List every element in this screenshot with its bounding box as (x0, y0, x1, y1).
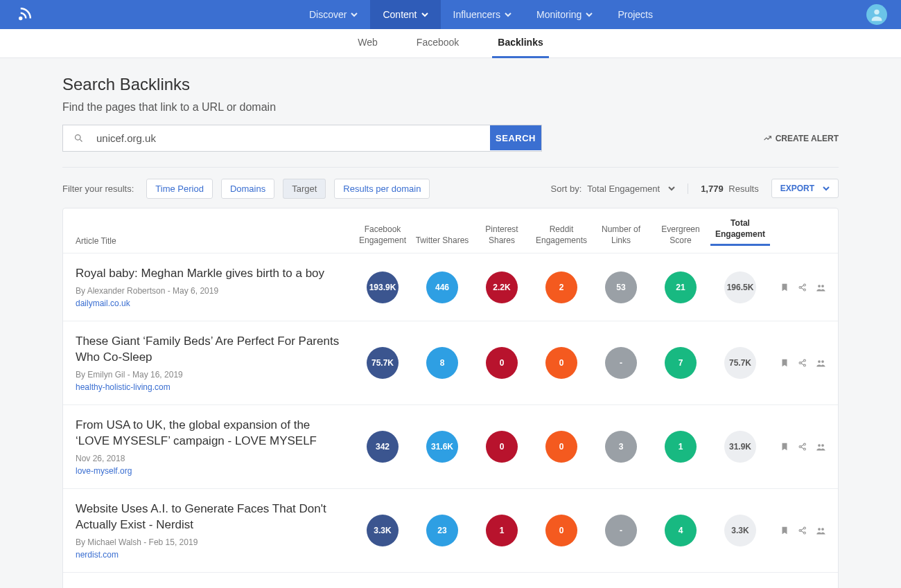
avatar[interactable] (866, 4, 887, 25)
filter-chip-time-period[interactable]: Time Period (146, 179, 213, 199)
table-row: Website Uses AI to Create Realistic Fake… (63, 573, 838, 588)
cell-title: From USA to UK, the global expansion of … (76, 418, 353, 476)
article-title[interactable]: Website Uses A.I. to Generate Faces That… (76, 501, 346, 533)
cell-pin: 2.2K (472, 271, 532, 303)
sort-by[interactable]: Sort by: Total Engagement (551, 184, 676, 194)
bubble-eg: 21 (665, 271, 697, 303)
chevron-down-icon (351, 11, 358, 18)
bookmark-icon[interactable] (780, 283, 789, 292)
bubble-tw: 8 (426, 347, 458, 379)
result-count-number: 1,779 (701, 184, 724, 194)
cell-red: 0 (532, 347, 591, 379)
col-pin[interactable]: Pinterest Shares (472, 224, 532, 246)
bubble-pin: 0 (486, 431, 518, 463)
divider (62, 167, 839, 168)
filter-chip-domains[interactable]: Domains (221, 179, 274, 199)
filter-row: Filter your results: Time PeriodDomainsT… (62, 179, 839, 198)
bubble-eg: 7 (665, 347, 697, 379)
cell-tot: 3.3K (710, 515, 770, 546)
export-button[interactable]: EXPORT (771, 179, 839, 198)
cell-eg: 4 (651, 515, 710, 546)
bubble-fb: 193.9K (367, 271, 399, 303)
chevron-down-icon (668, 185, 675, 192)
cell-lnk: - (591, 347, 651, 379)
table-row: From USA to UK, the global expansion of … (63, 405, 838, 489)
svg-point-21 (818, 528, 821, 531)
bubble-lnk: 3 (605, 431, 637, 463)
cell-title: These Giant ‘Family Beds’ Are Perfect Fo… (76, 334, 353, 392)
article-title[interactable]: Royal baby: Meghan Markle gives birth to… (76, 266, 346, 282)
bookmark-icon[interactable] (780, 442, 789, 452)
bubble-fb: 342 (367, 431, 399, 463)
topbar: DiscoverContentInfluencersMonitoringProj… (0, 0, 901, 29)
col-article-title[interactable]: Article Title (76, 236, 353, 246)
nav-label: Content (383, 9, 417, 20)
cell-eg: 1 (651, 431, 710, 463)
search-button[interactable]: SEARCH (490, 125, 541, 150)
nav-discover[interactable]: Discover (297, 0, 370, 29)
filter-chip-results-per-domain[interactable]: Results per domain (334, 179, 430, 199)
article-byline: By Alexander Robertson - May 6, 2019 (76, 286, 346, 296)
people-icon[interactable] (816, 526, 825, 535)
cell-tot: 75.7K (710, 347, 770, 379)
col-tw[interactable]: Twitter Shares (412, 235, 472, 247)
people-icon[interactable] (816, 283, 825, 292)
article-domain[interactable]: healthy-holistic-living.com (76, 382, 346, 392)
subtab-backlinks[interactable]: Backlinks (492, 29, 548, 58)
col-lnk[interactable]: Number of Links (591, 224, 651, 246)
nav-monitoring[interactable]: Monitoring (524, 0, 605, 29)
page-content: Search Backlinks Find the pages that lin… (49, 58, 852, 588)
col-tot[interactable]: Total Engagement (710, 218, 770, 246)
svg-point-16 (818, 444, 821, 447)
cell-actions (770, 442, 825, 452)
svg-point-17 (821, 444, 824, 447)
col-eg[interactable]: Evergreen Score (651, 224, 710, 246)
bubble-red: 0 (545, 515, 577, 546)
subtab-web[interactable]: Web (352, 29, 383, 58)
create-alert-button[interactable]: CREATE ALERT (763, 134, 839, 143)
cell-fb: 193.9K (353, 271, 412, 303)
article-title[interactable]: From USA to UK, the global expansion of … (76, 418, 346, 449)
nav-label: Projects (618, 9, 653, 20)
chevron-down-icon (586, 11, 593, 18)
subtab-facebook[interactable]: Facebook (411, 29, 464, 58)
chevron-down-icon (505, 11, 511, 18)
article-title[interactable]: Website Uses AI to Create Realistic Fake… (76, 585, 346, 588)
cell-pin: 0 (472, 347, 532, 379)
nav-content[interactable]: Content (370, 0, 440, 29)
bubble-lnk: 53 (605, 271, 637, 303)
col-fb[interactable]: Facebook Engagement (353, 224, 412, 246)
col-red[interactable]: Reddit Engagements (532, 224, 591, 246)
article-title[interactable]: These Giant ‘Family Beds’ Are Perfect Fo… (76, 334, 346, 366)
bubble-lnk: - (605, 347, 637, 379)
filter-label: Filter your results: (62, 184, 134, 194)
table-row: These Giant ‘Family Beds’ Are Perfect Fo… (63, 321, 838, 405)
page-subtitle: Find the pages that link to a URL or dom… (62, 101, 839, 114)
search-input[interactable] (94, 125, 490, 151)
cell-tot: 31.9K (710, 431, 770, 463)
bookmark-icon[interactable] (780, 358, 789, 368)
article-domain[interactable]: love-myself.org (76, 466, 346, 476)
share-icon[interactable] (798, 442, 807, 452)
people-icon[interactable] (816, 358, 825, 368)
cell-red: 0 (532, 431, 591, 463)
share-icon[interactable] (798, 526, 807, 535)
nav-influencers[interactable]: Influencers (441, 0, 524, 29)
share-icon[interactable] (798, 358, 807, 368)
cell-title: Royal baby: Meghan Markle gives birth to… (76, 266, 353, 308)
cell-red: 2 (532, 271, 591, 303)
content-subtabs: WebFacebookBacklinks (0, 29, 901, 58)
article-domain[interactable]: nerdist.com (76, 550, 346, 560)
nav-projects[interactable]: Projects (605, 0, 665, 29)
cell-red: 0 (532, 515, 591, 546)
bubble-fb: 3.3K (367, 515, 399, 546)
people-icon[interactable] (816, 442, 825, 452)
cell-lnk: 53 (591, 271, 651, 303)
sort-value: Total Engagement (587, 184, 660, 194)
bookmark-icon[interactable] (780, 526, 789, 535)
article-domain[interactable]: dailymail.co.uk (76, 299, 346, 308)
table-row: Royal baby: Meghan Markle gives birth to… (63, 253, 838, 321)
share-icon[interactable] (798, 283, 807, 292)
filter-chip-target[interactable]: Target (283, 179, 326, 199)
bubble-eg: 1 (665, 431, 697, 463)
